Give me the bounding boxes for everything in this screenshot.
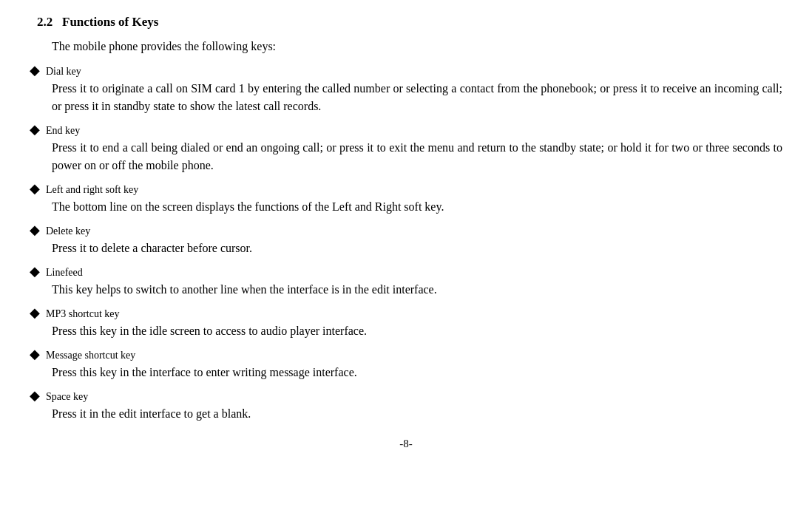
key-title-row-end-key: ◆End key xyxy=(30,123,782,137)
bullet-icon-space-key: ◆ xyxy=(30,389,40,402)
section-title: Functions of Keys xyxy=(62,15,158,29)
key-title-label-space-key: Space key xyxy=(46,391,88,403)
key-title-label-dial-key: Dial key xyxy=(46,66,81,78)
keys-container: ◆Dial keyPress it to originate a call on… xyxy=(30,64,782,423)
key-desc-space-key: Press it in the edit interface to get a … xyxy=(52,405,782,423)
key-desc-left-right-soft-key: The bottom line on the screen displays t… xyxy=(52,198,782,216)
key-desc-end-key: Press it to end a call being dialed or e… xyxy=(52,139,782,174)
key-item-delete-key: ◆Delete keyPress it to delete a characte… xyxy=(30,223,782,257)
key-desc-dial-key: Press it to originate a call on SIM card… xyxy=(52,80,782,115)
bullet-icon-delete-key: ◆ xyxy=(30,223,40,237)
key-desc-linefeed: This key helps to switch to another line… xyxy=(52,281,782,299)
key-title-label-linefeed: Linefeed xyxy=(46,267,83,279)
key-title-label-mp3-shortcut-key: MP3 shortcut key xyxy=(46,308,120,320)
section-number: 2.2 xyxy=(37,15,53,29)
key-title-label-delete-key: Delete key xyxy=(46,225,90,237)
bullet-icon-mp3-shortcut-key: ◆ xyxy=(30,306,40,319)
key-desc-message-shortcut-key: Press this key in the interface to enter… xyxy=(52,364,782,381)
key-desc-mp3-shortcut-key: Press this key in the idle screen to acc… xyxy=(52,322,782,340)
page-number: -8- xyxy=(30,438,782,450)
key-title-row-mp3-shortcut-key: ◆MP3 shortcut key xyxy=(30,306,782,320)
bullet-icon-dial-key: ◆ xyxy=(30,64,40,77)
key-item-mp3-shortcut-key: ◆MP3 shortcut keyPress this key in the i… xyxy=(30,306,782,340)
section-heading: 2.2 Functions of Keys xyxy=(37,15,782,30)
key-title-row-space-key: ◆Space key xyxy=(30,389,782,403)
key-title-row-dial-key: ◆Dial key xyxy=(30,64,782,78)
key-title-label-left-right-soft-key: Left and right soft key xyxy=(46,184,138,196)
key-title-label-end-key: End key xyxy=(46,125,80,137)
key-item-message-shortcut-key: ◆Message shortcut keyPress this key in t… xyxy=(30,347,782,381)
bullet-icon-linefeed: ◆ xyxy=(30,265,40,278)
bullet-icon-left-right-soft-key: ◆ xyxy=(30,182,40,195)
bullet-icon-message-shortcut-key: ◆ xyxy=(30,347,40,361)
key-item-dial-key: ◆Dial keyPress it to originate a call on… xyxy=(30,64,782,115)
key-title-row-delete-key: ◆Delete key xyxy=(30,223,782,237)
key-item-linefeed: ◆LinefeedThis key helps to switch to ano… xyxy=(30,265,782,299)
key-title-label-message-shortcut-key: Message shortcut key xyxy=(46,350,135,361)
key-title-row-linefeed: ◆Linefeed xyxy=(30,265,782,279)
page-content: 2.2 Functions of Keys The mobile phone p… xyxy=(30,15,782,450)
bullet-icon-end-key: ◆ xyxy=(30,123,40,136)
key-item-left-right-soft-key: ◆Left and right soft keyThe bottom line … xyxy=(30,182,782,216)
key-title-row-left-right-soft-key: ◆Left and right soft key xyxy=(30,182,782,196)
intro-text: The mobile phone provides the following … xyxy=(52,40,782,53)
key-item-space-key: ◆Space keyPress it in the edit interface… xyxy=(30,389,782,423)
key-item-end-key: ◆End keyPress it to end a call being dia… xyxy=(30,123,782,174)
key-desc-delete-key: Press it to delete a character before cu… xyxy=(52,239,782,257)
key-title-row-message-shortcut-key: ◆Message shortcut key xyxy=(30,347,782,361)
